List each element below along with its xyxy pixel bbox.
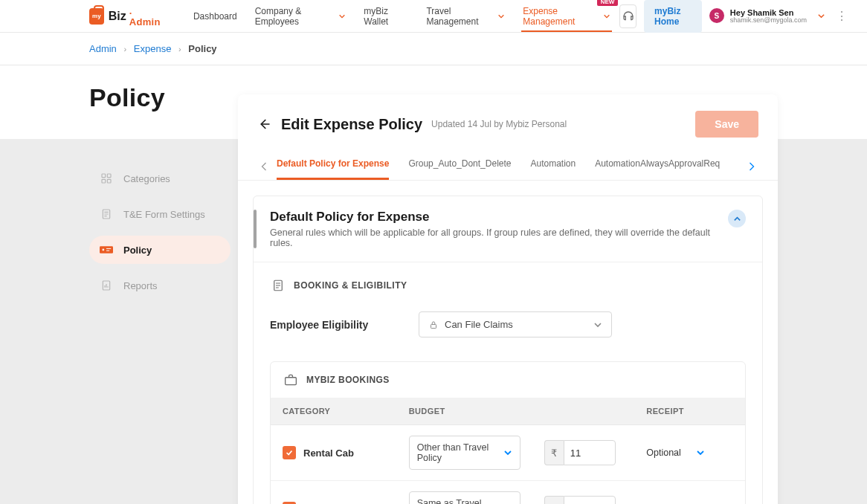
nav-item-label: Expense Management xyxy=(523,6,599,27)
avatar: S xyxy=(709,8,724,23)
receipt-value: Optional xyxy=(646,448,681,458)
eligibility-select[interactable]: Can File Claims xyxy=(419,311,612,337)
col-receipt: RECEIPT xyxy=(634,398,745,425)
panel-title: Edit Expense Policy xyxy=(281,116,422,133)
table-row: Rental CabOther than Travel Policy₹Optio… xyxy=(271,425,745,481)
tab-group-auto-dont-delete[interactable]: Group_Auto_Dont_Delete xyxy=(408,152,511,180)
amount-input[interactable] xyxy=(564,440,616,465)
content-panel: Edit Expense Policy Updated 14 Jul by My… xyxy=(238,94,778,504)
form-icon xyxy=(270,277,286,294)
chevron-down-icon xyxy=(503,448,512,457)
budget-value: Same as Travel Policy xyxy=(417,498,503,504)
lock-icon xyxy=(428,320,439,330)
logo[interactable]: my Biz . Admin xyxy=(89,0,162,32)
chevron-down-icon xyxy=(817,12,825,20)
tab-default-policy-for-expense[interactable]: Default Policy for Expense xyxy=(277,152,389,180)
collapse-toggle[interactable] xyxy=(728,210,746,227)
back-arrow-icon[interactable] xyxy=(257,117,271,131)
budget-select[interactable]: Other than Travel Policy xyxy=(409,436,520,470)
nav-item-expense-management[interactable]: Expense ManagementNEW xyxy=(514,0,619,32)
nav-item-label: Company & Employees xyxy=(255,6,335,27)
rupee-icon: ₹ xyxy=(544,496,564,504)
user-menu[interactable]: S Hey Shamik Sen shamik.sen@mygola.com ⋮ xyxy=(709,8,852,25)
sidebar-item-t-e-form-settings[interactable]: T&E Form Settings xyxy=(89,200,231,228)
svg-rect-5 xyxy=(100,246,113,253)
tab-automation[interactable]: Automation xyxy=(530,152,576,180)
eligibility-value: Can File Claims xyxy=(445,319,593,330)
briefcase-icon xyxy=(283,372,299,387)
nav-item-label: Dashboard xyxy=(193,11,237,22)
logo-badge: my xyxy=(89,8,104,25)
nav-item-travel-management[interactable]: Travel Management xyxy=(417,0,514,32)
save-button[interactable]: Save xyxy=(695,111,758,138)
category-label: Rental Cab xyxy=(303,448,354,459)
chevron-down-icon xyxy=(603,13,610,20)
ticket-icon xyxy=(100,243,113,256)
col-category: CATEGORY xyxy=(271,398,397,425)
more-menu-icon[interactable]: ⋮ xyxy=(836,9,848,23)
nav-item-label: myBiz Wallet xyxy=(364,6,408,27)
chevron-down-icon[interactable] xyxy=(696,448,705,457)
sidebar: CategoriesT&E Form SettingsPolicyReports xyxy=(89,139,231,307)
breadcrumb-admin[interactable]: Admin xyxy=(89,43,117,54)
sidebar-item-categories[interactable]: Categories xyxy=(89,164,231,193)
svg-point-6 xyxy=(102,249,104,251)
sidebar-item-label: Reports xyxy=(123,280,158,291)
tab-automationalwaysapprovalreq[interactable]: AutomationAlwaysApprovalReq xyxy=(595,152,720,180)
nav-badge: NEW xyxy=(597,0,619,6)
svg-rect-1 xyxy=(107,174,111,178)
breadcrumb-expense[interactable]: Expense xyxy=(134,43,172,54)
card-title: Default Policy for Expense xyxy=(270,210,728,224)
sidebar-item-label: Policy xyxy=(123,245,152,256)
svg-rect-0 xyxy=(102,174,106,178)
svg-rect-8 xyxy=(106,251,109,251)
rupee-icon: ₹ xyxy=(544,440,564,465)
report-icon xyxy=(100,279,113,292)
sidebar-item-label: T&E Form Settings xyxy=(123,209,205,220)
amount-input[interactable] xyxy=(564,496,616,504)
booking-section-title: BOOKING & ELIGIBILITY xyxy=(294,280,407,291)
breadcrumb: Admin › Expense › Policy xyxy=(0,33,867,65)
tabs-prev-icon[interactable] xyxy=(257,158,271,175)
table-row: Domestic FlightSame as Travel Policy₹Opt… xyxy=(271,481,745,505)
sidebar-item-label: Categories xyxy=(123,173,170,184)
mybiz-home-button[interactable]: myBiz Home xyxy=(644,0,702,33)
col-amount xyxy=(532,398,635,425)
svg-rect-11 xyxy=(431,324,436,328)
card-description: General rules which will be applicable f… xyxy=(270,227,728,248)
form-icon xyxy=(100,207,113,221)
svg-rect-2 xyxy=(102,179,106,183)
support-icon[interactable] xyxy=(619,4,636,28)
svg-rect-7 xyxy=(106,248,111,249)
budget-select[interactable]: Same as Travel Policy xyxy=(409,491,520,504)
col-budget: BUDGET xyxy=(397,398,532,425)
logo-text: Biz xyxy=(109,10,126,23)
chevron-down-icon xyxy=(593,320,602,329)
nav-item-label: Travel Management xyxy=(426,6,494,27)
user-email: shamik.sen@mygola.com xyxy=(730,17,807,25)
nav-item-company-employees[interactable]: Company & Employees xyxy=(246,0,355,32)
nav-item-mybiz-wallet[interactable]: myBiz Wallet xyxy=(355,0,417,32)
svg-rect-3 xyxy=(107,179,111,183)
user-greeting: Hey Shamik Sen xyxy=(730,8,807,17)
accent-bar xyxy=(254,210,257,248)
grid-icon xyxy=(100,172,113,185)
breadcrumb-current: Policy xyxy=(188,43,216,54)
svg-rect-12 xyxy=(286,378,297,385)
checkbox[interactable] xyxy=(283,446,296,459)
panel-subtitle: Updated 14 Jul by Mybiz Personal xyxy=(431,119,567,129)
eligibility-label: Employee Eligibility xyxy=(270,319,419,331)
bookings-section-title: MYBIZ BOOKINGS xyxy=(306,375,390,385)
logo-suffix: . Admin xyxy=(129,5,162,28)
tabs-next-icon[interactable] xyxy=(745,158,758,175)
chevron-down-icon xyxy=(338,13,346,20)
sidebar-item-policy[interactable]: Policy xyxy=(89,236,231,264)
budget-value: Other than Travel Policy xyxy=(417,442,503,463)
nav-item-dashboard[interactable]: Dashboard xyxy=(184,0,246,32)
top-nav: my Biz . Admin DashboardCompany & Employ… xyxy=(0,0,867,33)
chevron-down-icon xyxy=(497,13,505,20)
sidebar-item-reports[interactable]: Reports xyxy=(89,271,231,300)
